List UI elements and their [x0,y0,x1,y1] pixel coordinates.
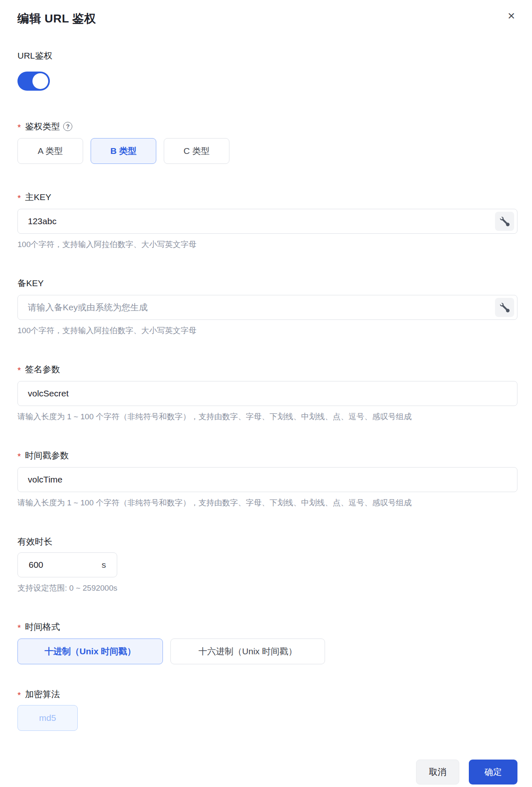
timestamp-param-input[interactable] [17,467,517,492]
url-auth-label: URL鉴权 [17,50,517,62]
required-asterisk: * [17,451,21,461]
auth-type-label: 鉴权类型 [25,121,60,132]
help-question-icon[interactable]: ? [63,122,72,131]
required-asterisk: * [17,365,21,375]
duration-input[interactable] [29,560,79,570]
backup-key-hint: 100个字符，支持输入阿拉伯数字、大小写英文字母 [17,325,517,336]
primary-key-group: * 主KEY 100个字符，支持输入阿拉伯数字、大小写英文字母 [17,191,517,250]
backup-key-input[interactable] [17,295,517,320]
cancel-button[interactable]: 取消 [416,760,459,785]
algorithm-label: 加密算法 [25,688,60,700]
close-icon[interactable]: × [505,10,517,22]
required-asterisk: * [17,122,21,132]
time-format-option-decimal[interactable]: 十进制（Unix 时间戳） [17,639,163,664]
algorithm-group: * 加密算法 md5 [17,688,517,731]
auth-type-group: * 鉴权类型 ? A 类型 B 类型 C 类型 [17,121,517,164]
confirm-button[interactable]: 确定 [469,760,517,785]
dialog-header: 编辑 URL 鉴权 × [17,11,517,27]
algorithm-option-md5: md5 [17,705,78,731]
edit-url-auth-dialog: 编辑 URL 鉴权 × URL鉴权 * 鉴权类型 ? A 类型 B 类型 C 类… [0,0,532,731]
duration-field: s [17,552,117,577]
timestamp-param-group: * 时间戳参数 请输入长度为 1 ~ 100 个字符（非纯符号和数字），支持由数… [17,450,517,508]
auth-type-option-c[interactable]: C 类型 [164,138,229,164]
time-format-label: 时间格式 [25,621,60,633]
required-asterisk: * [17,623,21,633]
required-asterisk: * [17,690,21,700]
duration-label: 有效时长 [17,536,52,547]
time-format-option-hex[interactable]: 十六进制（Unix 时间戳） [170,639,325,664]
primary-key-hint: 100个字符，支持输入阿拉伯数字、大小写英文字母 [17,239,517,250]
auth-type-option-b[interactable]: B 类型 [91,138,156,164]
sign-param-hint: 请输入长度为 1 ~ 100 个字符（非纯符号和数字），支持由数字、字母、下划线… [17,411,517,422]
wrench-icon [500,303,510,312]
url-auth-group: URL鉴权 [17,50,517,91]
time-format-group: * 时间格式 十进制（Unix 时间戳） 十六进制（Unix 时间戳） [17,621,517,664]
primary-key-label: 主KEY [25,191,51,203]
sign-param-group: * 签名参数 请输入长度为 1 ~ 100 个字符（非纯符号和数字），支持由数字… [17,364,517,422]
timestamp-param-hint: 请输入长度为 1 ~ 100 个字符（非纯符号和数字），支持由数字、字母、下划线… [17,497,517,508]
duration-unit: s [102,560,106,570]
sign-param-input[interactable] [17,381,517,406]
timestamp-param-label: 时间戳参数 [25,450,69,461]
toggle-knob [32,73,48,89]
required-asterisk: * [17,193,21,203]
duration-hint: 支持设定范围: 0 ~ 2592000s [17,583,517,594]
backup-key-group: 备KEY 100个字符，支持输入阿拉伯数字、大小写英文字母 [17,277,517,336]
wrench-icon [500,217,510,226]
auth-type-option-a[interactable]: A 类型 [17,138,83,164]
generate-key-button[interactable] [495,298,514,317]
sign-param-label: 签名参数 [25,364,60,375]
dialog-title: 编辑 URL 鉴权 [17,11,96,27]
url-auth-toggle[interactable] [17,72,50,91]
generate-key-button[interactable] [495,212,514,231]
dialog-footer: 取消 确定 [416,760,517,785]
duration-group: 有效时长 s 支持设定范围: 0 ~ 2592000s [17,536,517,594]
primary-key-input[interactable] [17,209,517,234]
backup-key-label: 备KEY [17,277,44,289]
